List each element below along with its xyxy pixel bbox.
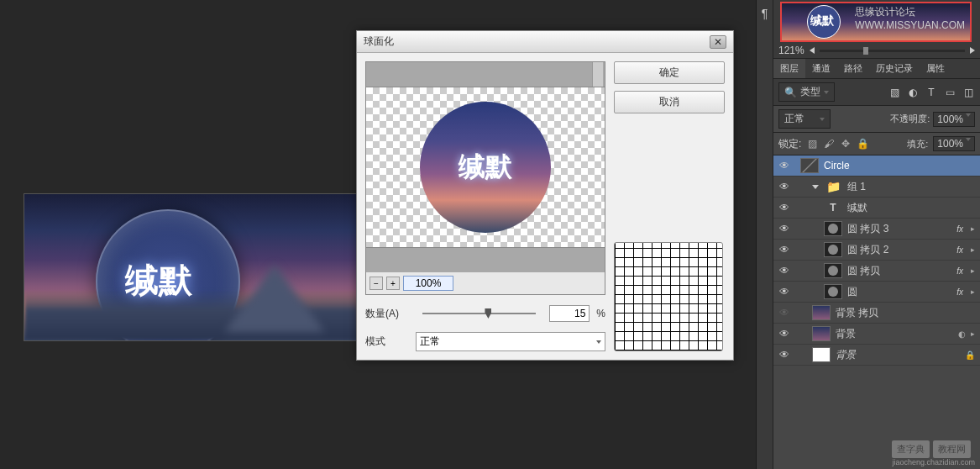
fx-badge[interactable]: fx [954, 224, 966, 234]
filter-pixel-icon[interactable]: ▧ [888, 86, 901, 99]
fill-input[interactable]: 100% [933, 136, 975, 151]
lock-transparency-icon[interactable]: ▨ [806, 138, 818, 150]
visibility-toggle-icon[interactable]: 👁 [778, 244, 790, 256]
tab-properties[interactable]: 属性 [920, 59, 951, 78]
fx-expand-icon[interactable]: ▸ [971, 224, 975, 233]
visibility-toggle-icon[interactable]: 👁 [778, 307, 790, 319]
layer-row[interactable]: 👁T缄默 [773, 198, 980, 219]
watermark-b: 教程网 [933, 440, 971, 458]
filter-smart-icon[interactable]: ◫ [962, 86, 975, 99]
layer-row[interactable]: 👁圆fx▸ [773, 282, 980, 303]
amount-suffix: % [596, 308, 605, 319]
lock-pixels-icon[interactable]: 🖌 [823, 138, 835, 150]
layer-row[interactable]: 👁📁组 1 [773, 177, 980, 198]
zoom-in-button[interactable]: + [386, 277, 400, 290]
lock-all-icon[interactable]: 🔒 [857, 138, 868, 150]
visibility-toggle-icon[interactable]: 👁 [778, 265, 790, 277]
smart-expand-icon[interactable]: ▸ [971, 329, 975, 338]
fx-expand-icon[interactable]: ▸ [971, 287, 975, 296]
layer-name[interactable]: 背景 [836, 348, 960, 362]
page-watermark: 查字典 教程网 jiaocheng.chazidian.com [892, 440, 975, 466]
navigator-zoom-slider[interactable] [820, 50, 965, 52]
tab-history[interactable]: 历史记录 [869, 59, 920, 78]
filter-shape-icon[interactable]: ▭ [943, 86, 956, 99]
preview-scroll-bottom[interactable] [366, 247, 605, 272]
amount-input[interactable] [549, 305, 590, 322]
fx-expand-icon[interactable]: ▸ [971, 266, 975, 275]
visibility-toggle-icon[interactable]: 👁 [778, 286, 790, 298]
layer-row[interactable]: 👁Circle [773, 155, 980, 177]
filter-text-icon[interactable]: T [925, 86, 938, 99]
layer-name[interactable]: 圆 拷贝 3 [847, 222, 949, 236]
dialog-right-column: 确定 取消 [614, 61, 725, 351]
amount-row: 数量(A) % [365, 305, 605, 322]
layer-name[interactable]: 背景 [836, 327, 953, 341]
pilcrow-icon: ¶ [757, 0, 773, 20]
chevron-down-icon [966, 113, 971, 117]
tab-channels[interactable]: 通道 [805, 59, 837, 78]
expand-arrow-icon[interactable] [812, 185, 819, 189]
layer-row[interactable]: 👁圆 拷贝 2fx▸ [773, 240, 980, 261]
close-icon: ✕ [714, 36, 722, 48]
cancel-button[interactable]: 取消 [614, 91, 725, 113]
ok-button[interactable]: 确定 [614, 61, 725, 84]
filter-adjustment-icon[interactable]: ◐ [906, 86, 920, 99]
zoom-value[interactable]: 100% [403, 276, 453, 291]
layer-name[interactable]: 圆 [847, 285, 949, 299]
zoom-in-arrow-icon[interactable] [970, 47, 975, 54]
zoom-out-arrow-icon[interactable] [810, 47, 815, 54]
visibility-toggle-icon[interactable]: 👁 [778, 223, 790, 234]
navigator-thumbnail[interactable]: 缄默 思缘设计论坛 WWW.MISSYUAN.COM [780, 2, 972, 42]
fill-value-text: 100% [937, 138, 963, 150]
nav-zoom-thumb[interactable] [863, 47, 868, 55]
visibility-toggle-icon[interactable]: 👁 [778, 349, 790, 361]
layer-row[interactable]: 👁背景◐▸ [773, 324, 980, 345]
mode-select[interactable]: 正常 [416, 332, 605, 351]
navigator-panel: 缄默 思缘设计论坛 WWW.MISSYUAN.COM 121% [773, 0, 980, 59]
filter-kind-select[interactable]: 🔍 类型 [778, 82, 835, 102]
layer-thumbnail [812, 305, 831, 320]
navigator-zoom-row: 121% [778, 45, 975, 56]
blend-mode-select[interactable]: 正常 [778, 109, 831, 129]
lock-position-icon[interactable]: ✥ [840, 138, 852, 150]
zoom-out-button[interactable]: − [369, 277, 383, 290]
fx-badge[interactable]: fx [954, 266, 966, 276]
dialog-titlebar[interactable]: 球面化 ✕ [357, 31, 733, 53]
visibility-toggle-icon[interactable]: 👁 [778, 181, 790, 192]
navigator-zoom-value[interactable]: 121% [778, 45, 804, 56]
layer-name[interactable]: 圆 拷贝 [847, 264, 949, 278]
preview-image[interactable]: 缄默 [366, 87, 605, 247]
layer-name[interactable]: 缄默 [847, 201, 975, 215]
layer-name[interactable]: 圆 拷贝 2 [847, 243, 949, 257]
visibility-toggle-icon[interactable]: 👁 [778, 202, 790, 213]
layer-row[interactable]: 👁圆 拷贝 3fx▸ [773, 219, 980, 240]
fx-badge[interactable]: fx [954, 287, 966, 297]
nav-wm-1: 思缘设计论坛 [855, 5, 965, 19]
visibility-toggle-icon[interactable]: 👁 [778, 328, 790, 340]
layer-row[interactable]: 👁背景 拷贝 [773, 303, 980, 324]
layer-name[interactable]: Circle [824, 160, 975, 171]
fx-badge[interactable]: fx [954, 245, 966, 255]
canvas-document[interactable]: 缄默 [24, 193, 359, 341]
amount-slider[interactable] [422, 313, 536, 314]
lock-label: 锁定: [778, 137, 801, 151]
spherize-grid-preview [614, 242, 723, 351]
visibility-toggle-icon[interactable]: 👁 [778, 160, 790, 171]
nav-text: 缄默 [810, 13, 834, 29]
mode-label: 模式 [365, 335, 409, 349]
opacity-input[interactable]: 100% [933, 112, 975, 127]
slider-thumb[interactable] [485, 308, 491, 319]
layer-row[interactable]: 👁背景🔒 [773, 345, 980, 366]
tab-paths[interactable]: 路径 [837, 59, 869, 78]
dialog-close-button[interactable]: ✕ [710, 35, 726, 49]
layers-list: 👁Circle👁📁组 1👁T缄默👁圆 拷贝 3fx▸👁圆 拷贝 2fx▸👁圆 拷… [773, 155, 980, 366]
layer-thumbnail [812, 347, 831, 362]
preview-scroll-top[interactable] [366, 62, 605, 87]
layer-name[interactable]: 组 1 [847, 180, 975, 194]
lock-row: 锁定: ▨ 🖌 ✥ 🔒 填充: 100% [773, 133, 980, 155]
layer-thumbnail [824, 242, 842, 257]
tab-layers[interactable]: 图层 [773, 59, 805, 78]
layer-name[interactable]: 背景 拷贝 [836, 306, 975, 320]
fx-expand-icon[interactable]: ▸ [971, 245, 975, 254]
layer-row[interactable]: 👁圆 拷贝fx▸ [773, 261, 980, 282]
